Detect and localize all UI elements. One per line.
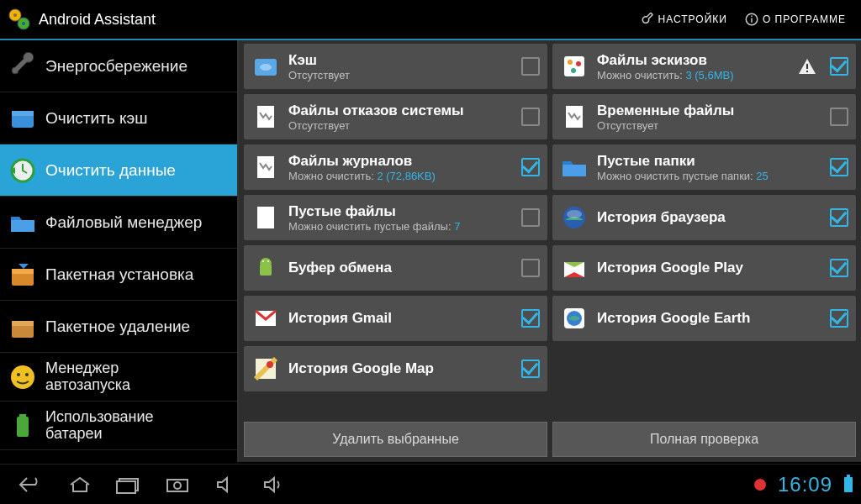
sidebar-item-label: Пакетное удаление	[45, 318, 190, 336]
svg-point-41	[567, 210, 582, 218]
svg-rect-36	[806, 64, 808, 69]
android-icon	[251, 254, 280, 282]
card-title: История браузера	[597, 209, 821, 226]
card-checkbox[interactable]	[521, 57, 540, 76]
card-title: Кэш	[288, 52, 513, 69]
card-title: Буфер обмена	[288, 260, 513, 276]
card-checkbox[interactable]	[830, 57, 848, 76]
settings-button[interactable]: НАСТРОЙКИ	[631, 12, 736, 27]
wrench-icon	[640, 12, 655, 27]
folder-icon	[560, 153, 589, 181]
card-checkbox[interactable]	[521, 208, 540, 227]
main-area: ЭнергосбережениеОчистить кэшОчистить дан…	[0, 40, 861, 462]
sidebar-item-label: Менеджеравтозапуска	[45, 360, 130, 394]
card-checkbox[interactable]	[830, 108, 848, 126]
settings-label: НАСТРОЙКИ	[658, 13, 727, 25]
card-checkbox[interactable]	[830, 208, 848, 227]
svg-point-35	[571, 68, 576, 73]
cleanup-card[interactable]: Временные файлыОтсутствует	[552, 94, 856, 139]
card-checkbox[interactable]	[830, 158, 848, 176]
svg-point-31	[267, 361, 273, 368]
cleanup-card[interactable]: История Gmail	[244, 296, 547, 341]
card-checkbox[interactable]	[521, 259, 540, 277]
cleanup-card[interactable]: Файлы журналовМожно очистить: 2 (72,86KB…	[244, 144, 547, 190]
card-title: Файлы отказов системы	[288, 102, 513, 119]
full-check-button[interactable]: Полная проверка	[552, 422, 856, 457]
action-bar: Удалить выбранные Полная проверка	[239, 417, 861, 462]
card-checkbox[interactable]	[521, 360, 540, 378]
card-checkbox[interactable]	[830, 259, 848, 277]
recent-icon[interactable]	[116, 475, 141, 494]
svg-rect-8	[12, 111, 34, 116]
card-title: Пустые папки	[597, 153, 821, 170]
battery-icon	[8, 412, 37, 440]
cleanup-card[interactable]: Пустые файлыМожно очистить пустые файлы:…	[244, 195, 547, 240]
svg-point-18	[25, 373, 29, 376]
card-subtitle: Отсутствует	[597, 119, 821, 132]
doc-icon	[251, 102, 280, 131]
sidebar-item[interactable]: Энергосбережение	[0, 40, 237, 92]
sidebar-item-label: Пакетная установка	[45, 265, 193, 284]
sidebar-item[interactable]: Пакетная установка	[0, 249, 237, 301]
volume-up-icon[interactable]	[262, 475, 288, 494]
nav-buttons	[0, 475, 288, 494]
volume-down-icon[interactable]	[214, 475, 239, 494]
svg-rect-26	[260, 264, 272, 276]
battery-icon	[844, 477, 853, 492]
svg-rect-37	[806, 71, 808, 72]
card-title: История Google Play	[597, 260, 821, 276]
cleanup-card[interactable]: КэшОтсутствует	[244, 44, 547, 89]
card-checkbox[interactable]	[521, 309, 540, 328]
gmap-icon	[251, 354, 280, 383]
sidebar-item[interactable]: Очистить кэш	[0, 92, 237, 144]
sidebar-item[interactable]: Файловый менеджер	[0, 197, 237, 249]
svg-point-27	[262, 260, 264, 262]
delete-selected-button[interactable]: Удалить выбранные	[244, 422, 547, 457]
cleanup-card[interactable]: Пустые папкиМожно очистить пустые папки:…	[552, 144, 856, 190]
card-checkbox[interactable]	[521, 158, 540, 176]
cache-icon	[251, 52, 280, 81]
sidebar-item-label: Файловый менеджер	[45, 213, 202, 232]
svg-point-48	[174, 482, 181, 489]
thumb-icon	[560, 52, 589, 81]
sidebar-item[interactable]: Пакетное удаление	[0, 301, 237, 353]
cleanup-card[interactable]: История Google Map	[244, 346, 547, 391]
svg-point-3	[22, 22, 25, 25]
clock: 16:09	[778, 473, 832, 496]
sidebar-item[interactable]: Менеджеравтозапуска	[0, 353, 237, 402]
cleanup-card[interactable]: История браузера	[552, 195, 856, 240]
sidebar-item-label: Очистить данные	[45, 161, 176, 180]
sidebar-item[interactable]: Использованиебатареи	[0, 402, 237, 450]
svg-rect-20	[19, 414, 26, 417]
sidebar-item[interactable]: Очистить данные	[0, 144, 237, 197]
screenshot-icon[interactable]	[165, 475, 190, 494]
card-subtitle: Можно очистить пустые файлы: 7	[288, 220, 513, 233]
card-checkbox[interactable]	[521, 108, 540, 126]
column-right: Файлы эскизовМожно очистить: 3 (5,6MB)Вр…	[552, 44, 856, 417]
svg-rect-19	[17, 417, 29, 437]
card-columns: КэшОтсутствуетФайлы отказов системыОтсут…	[239, 40, 861, 417]
cleanup-card[interactable]: Файлы отказов системыОтсутствует	[244, 94, 547, 139]
svg-point-16	[11, 365, 34, 389]
content-area: КэшОтсутствуетФайлы отказов системыОтсут…	[239, 40, 861, 462]
box-brown-icon	[8, 312, 37, 341]
back-icon[interactable]	[18, 475, 44, 494]
sidebar-item-label: Использованиебатареи	[45, 409, 154, 443]
svg-rect-11	[11, 220, 34, 232]
sidebar-item-label: Очистить кэш	[45, 109, 147, 128]
top-bar: Android Assistant НАСТРОЙКИ О ПРОГРАММЕ	[0, 0, 861, 40]
warning-icon	[798, 57, 816, 76]
wrench-icon	[8, 52, 37, 81]
svg-point-28	[267, 260, 269, 262]
gmail-icon	[251, 304, 280, 333]
card-title: История Google Map	[288, 360, 513, 377]
cleanup-card[interactable]: Файлы эскизовМожно очистить: 3 (5,6MB)	[552, 44, 856, 89]
about-button[interactable]: О ПРОГРАММЕ	[736, 12, 854, 27]
home-icon[interactable]	[67, 475, 92, 494]
cleanup-card[interactable]: Буфер обмена	[244, 245, 547, 291]
card-checkbox[interactable]	[830, 309, 848, 328]
cleanup-card[interactable]: История Google Play	[552, 245, 856, 291]
cleanup-card[interactable]: История Google Earth	[552, 296, 856, 341]
svg-rect-39	[563, 165, 586, 176]
svg-rect-15	[12, 321, 34, 326]
